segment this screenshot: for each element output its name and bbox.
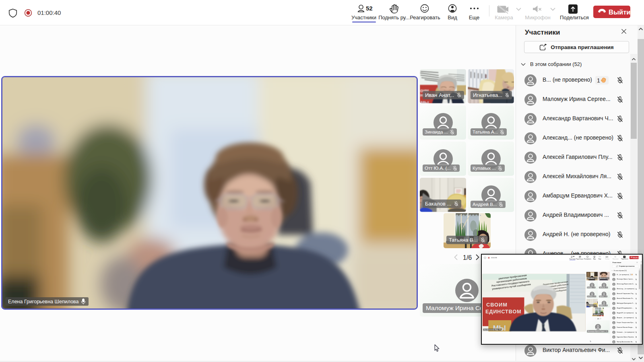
- svg-text:01:00:40: 01:00:40: [37, 9, 61, 16]
- svg-text:Еще: Еще: [599, 258, 601, 260]
- svg-text:Камера: Камера: [495, 14, 513, 21]
- svg-text:Участники: Участники: [569, 258, 576, 260]
- svg-text:Участники: Участники: [351, 14, 376, 21]
- svg-text:01:00:36: 01:00:36: [491, 257, 497, 259]
- svg-text:Реагировать: Реагировать: [584, 258, 591, 260]
- svg-text:Поделиться: Поделиться: [621, 258, 628, 260]
- svg-text:1/6: 1/6: [597, 318, 599, 320]
- svg-text:1/6: 1/6: [463, 254, 472, 261]
- svg-text:52: 52: [573, 256, 574, 257]
- svg-text:Реагировать: Реагировать: [410, 14, 440, 21]
- svg-text:Поделиться: Поделиться: [560, 14, 589, 21]
- svg-text:ЕДИНСТВОМ: ЕДИНСТВОМ: [485, 309, 521, 315]
- svg-text:СВОИМ: СВОИМ: [486, 302, 508, 308]
- svg-text:МЫ: МЫ: [421, 101, 429, 103]
- svg-text:52: 52: [366, 5, 373, 12]
- svg-text:Микрофон: Микрофон: [525, 14, 550, 21]
- svg-text:Микрофон: Микрофон: [613, 258, 619, 260]
- svg-text:Выйти: Выйти: [609, 8, 630, 16]
- svg-text:Вид: Вид: [448, 14, 457, 21]
- svg-text:Вид: Вид: [593, 258, 596, 260]
- svg-text:Выйти: Выйти: [633, 257, 639, 259]
- svg-text:Поднять ру...: Поднять ру...: [378, 14, 410, 21]
- svg-text:Камера: Камера: [605, 258, 609, 260]
- svg-text:Еще: Еще: [469, 14, 479, 21]
- svg-text:Поднять ру...: Поднять ру...: [576, 258, 584, 260]
